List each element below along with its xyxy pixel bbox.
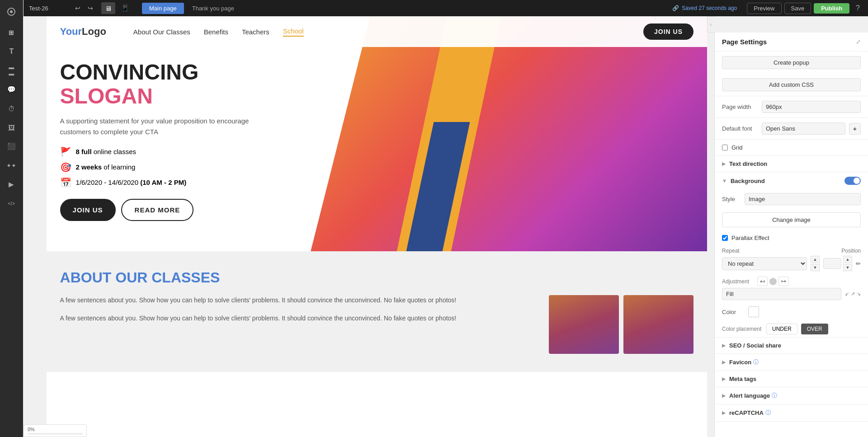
about-image-2 — [623, 295, 693, 354]
desktop-view-button[interactable]: 🖥 — [101, 2, 115, 14]
nav-link-about[interactable]: About Our Classes — [133, 28, 190, 36]
sidebar-item-comment[interactable]: 💬 — [3, 81, 19, 98]
top-actions: Preview Save Publish ? — [742, 3, 868, 14]
sidebar-item-section[interactable]: ▬▬ — [3, 62, 19, 79]
mobile-view-button[interactable]: 📱 — [117, 2, 133, 14]
hero-subtitle: A supporting statement for your value pr… — [60, 116, 268, 137]
sidebar-item-video[interactable]: ▶ — [3, 176, 19, 193]
seo-label: SEO / Social share — [729, 342, 781, 349]
color-row: Color — [715, 303, 868, 321]
publish-button[interactable]: Publish — [814, 3, 849, 14]
parallax-checkbox[interactable] — [722, 235, 728, 241]
sidebar-item-text[interactable]: T — [3, 43, 19, 60]
sidebar-item-image[interactable]: 🖼 — [3, 119, 19, 136]
preview-button[interactable]: Preview — [747, 3, 781, 14]
help-button[interactable]: ? — [852, 4, 863, 12]
adj-diagonal-icon[interactable]: ↘ — [857, 291, 861, 297]
parallax-label[interactable]: Parallax Effect — [731, 235, 769, 241]
adj-shrink-icon[interactable]: ↙ — [845, 291, 849, 297]
add-font-button[interactable]: + — [849, 123, 861, 135]
svg-point-1 — [10, 10, 13, 13]
sidebar-item-timer[interactable]: ⏱ — [3, 100, 19, 117]
navigation-bar: YourLogo About Our Classes Benefits Teac… — [47, 16, 707, 47]
chevron-down-icon: ▼ — [722, 178, 727, 183]
favicon-info-icon[interactable]: ⓘ — [753, 358, 759, 366]
alert-info-icon[interactable]: ⓘ — [772, 392, 777, 399]
tab-thank-you-page[interactable]: Thank you page — [185, 3, 241, 14]
logo-logo: Logo — [82, 26, 106, 37]
adj-right-icon[interactable]: ↦ — [778, 277, 789, 286]
about-title-colored: OUR CLASSES — [115, 269, 220, 286]
color-placement-under-button[interactable]: UNDER — [766, 324, 797, 334]
position-input-group: ▲ ▼ — [823, 256, 852, 271]
calendar-icon: 📅 — [60, 177, 71, 188]
adjustment-select[interactable]: Fill Fit Stretch Original — [722, 288, 841, 300]
page-canvas: YourLogo About Our Classes Benefits Teac… — [47, 16, 707, 437]
page-width-select[interactable]: 960px 1200px 1440px — [762, 101, 861, 113]
sidebar-item-grid[interactable]: ⊞ — [3, 24, 19, 41]
progress-bar — [28, 433, 83, 435]
adj-expand-icon[interactable]: ↗ — [851, 291, 855, 297]
grid-label[interactable]: Grid — [731, 144, 743, 151]
adjustment-fill-row: Fill Fit Stretch Original ↙ ↗ ↘ — [722, 288, 861, 300]
nav-link-teachers[interactable]: Teachers — [242, 28, 269, 36]
person-image-1 — [549, 295, 619, 354]
default-font-row: Default font Open Sans Roboto Arial + — [715, 118, 868, 139]
read-more-button[interactable]: READ MORE — [121, 199, 194, 221]
expand-icon[interactable]: ⤢ — [856, 38, 861, 45]
meta-tags-header[interactable]: ▶ Meta tags — [715, 371, 868, 387]
nav-link-school[interactable]: School — [283, 27, 304, 37]
repeat-select[interactable]: No repeat Repeat Repeat-X Repeat-Y — [722, 257, 807, 270]
favicon-header[interactable]: ▶ Favicon ⓘ — [715, 354, 868, 371]
position-edit-icon[interactable]: ✏ — [856, 260, 861, 267]
color-placement-label: Color placement — [722, 326, 763, 332]
change-image-button[interactable]: Change image — [722, 212, 861, 227]
seo-chevron-right-icon: ▶ — [722, 343, 726, 348]
position-input-arrow-down[interactable]: ▼ — [843, 264, 852, 271]
default-font-select[interactable]: Open Sans Roboto Arial — [762, 122, 845, 135]
position-input-arrow-up[interactable]: ▲ — [843, 256, 852, 263]
recaptcha-header[interactable]: ▶ reCAPTCHA ⓘ — [715, 404, 868, 421]
favicon-section: ▶ Favicon ⓘ — [715, 354, 868, 371]
adjustment-section: Adjustment ↤ ↦ Fill Fit Stretch Original — [715, 274, 868, 300]
position-arrow-down[interactable]: ▼ — [811, 264, 820, 271]
grid-section: Grid — [715, 140, 868, 156]
add-custom-css-button[interactable]: Add custom CSS — [722, 78, 861, 91]
alert-chevron-right-icon: ▶ — [722, 393, 726, 399]
style-select[interactable]: Image Color Gradient Video — [745, 193, 861, 205]
background-toggle[interactable] — [844, 177, 861, 185]
create-popup-button[interactable]: Create popup — [722, 56, 861, 69]
nav-link-benefits[interactable]: Benefits — [204, 28, 228, 36]
color-swatch[interactable] — [748, 306, 759, 317]
grid-checkbox[interactable] — [722, 145, 728, 150]
alert-language-header[interactable]: ▶ Alert language ⓘ — [715, 387, 868, 404]
seo-header[interactable]: ▶ SEO / Social share — [715, 338, 868, 353]
tab-main-page[interactable]: Main page — [142, 3, 184, 14]
adj-center-dot[interactable] — [769, 278, 777, 285]
nav-cta-button[interactable]: JOIN US — [643, 23, 693, 40]
save-button[interactable]: Save — [784, 3, 811, 14]
sidebar-item-plugin[interactable]: ✦✦ — [3, 157, 19, 174]
recaptcha-info-icon[interactable]: ⓘ — [765, 409, 771, 417]
position-x-input[interactable] — [823, 258, 841, 269]
background-header[interactable]: ▼ Background — [715, 172, 868, 189]
collapse-panel-button[interactable]: ‹ — [707, 16, 714, 33]
undo-button[interactable]: ↩ — [72, 4, 83, 13]
chevron-right-icon: ▶ — [722, 161, 726, 167]
favicon-label: Favicon — [729, 359, 751, 366]
sidebar-item-layout[interactable]: ⬛ — [3, 138, 19, 155]
position-input-arrows: ▲ ▼ — [843, 256, 852, 271]
redo-button[interactable]: ↪ — [85, 4, 96, 13]
progress-label: 0% — [28, 427, 35, 432]
about-title: ABOUT OUR CLASSES — [60, 269, 693, 286]
adjustment-icons: ↤ ↦ — [757, 277, 789, 286]
join-us-button[interactable]: JOIN US — [60, 199, 116, 221]
adj-left-icon[interactable]: ↤ — [757, 277, 768, 286]
sidebar-item-code[interactable]: </> — [3, 195, 19, 211]
recaptcha-chevron-right-icon: ▶ — [722, 410, 726, 416]
position-arrow-up[interactable]: ▲ — [811, 256, 820, 263]
meta-chevron-right-icon: ▶ — [722, 376, 726, 382]
color-placement-over-button[interactable]: OVER — [801, 324, 828, 334]
text-direction-header[interactable]: ▶ Text direction — [715, 156, 868, 172]
app-logo[interactable] — [3, 4, 19, 20]
